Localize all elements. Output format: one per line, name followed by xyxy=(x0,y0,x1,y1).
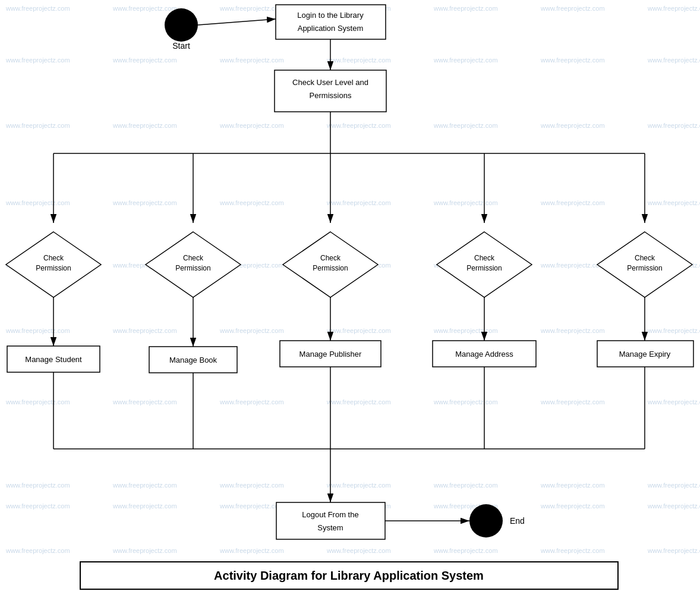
svg-text:www.freeprojectz.com: www.freeprojectz.com xyxy=(540,327,605,334)
svg-text:www.freeprojectz.com: www.freeprojectz.com xyxy=(112,327,177,334)
svg-text:www.freeprojectz.com: www.freeprojectz.com xyxy=(219,327,284,334)
svg-text:www.freeprojectz.com: www.freeprojectz.com xyxy=(219,482,284,489)
check-perm-text3b: Permission xyxy=(313,264,348,272)
check-perm-text1a: Check xyxy=(43,254,64,262)
svg-text:www.freeprojectz.com: www.freeprojectz.com xyxy=(326,482,391,489)
manage-expiry-text: Manage Expiry xyxy=(619,350,671,359)
svg-text:www.freeprojectz.com: www.freeprojectz.com xyxy=(219,5,284,12)
check-permissions-text2: Permissions xyxy=(310,91,352,100)
svg-text:www.freeprojectz.com: www.freeprojectz.com xyxy=(433,547,498,554)
svg-text:www.freeprojectz.com: www.freeprojectz.com xyxy=(540,502,605,510)
svg-text:www.freeprojectz.com: www.freeprojectz.com xyxy=(647,327,700,334)
check-perm-text1b: Permission xyxy=(36,264,71,272)
check-permissions-text1: Check User Level and xyxy=(292,78,368,87)
svg-text:www.freeprojectz.com: www.freeprojectz.com xyxy=(326,122,391,129)
svg-text:www.freeprojectz.com: www.freeprojectz.com xyxy=(647,199,700,206)
svg-text:www.freeprojectz.com: www.freeprojectz.com xyxy=(647,398,700,405)
svg-text:www.freeprojectz.com: www.freeprojectz.com xyxy=(5,398,70,405)
svg-text:www.freeprojectz.com: www.freeprojectz.com xyxy=(5,327,70,334)
svg-text:www.freeprojectz.com: www.freeprojectz.com xyxy=(433,398,498,405)
svg-text:www.freeprojectz.com: www.freeprojectz.com xyxy=(219,398,284,405)
login-box xyxy=(276,5,386,39)
svg-text:www.freeprojectz.com: www.freeprojectz.com xyxy=(219,199,284,206)
svg-text:www.freeprojectz.com: www.freeprojectz.com xyxy=(112,398,177,405)
check-perm-text2b: Permission xyxy=(175,264,210,272)
manage-book-text: Manage Book xyxy=(169,356,217,364)
diagram-title-text: Activity Diagram for Library Application… xyxy=(214,569,484,582)
svg-text:www.freeprojectz.com: www.freeprojectz.com xyxy=(112,122,177,129)
svg-text:www.freeprojectz.com: www.freeprojectz.com xyxy=(112,5,177,12)
check-perm-text5a: Check xyxy=(635,254,655,262)
svg-text:www.freeprojectz.com: www.freeprojectz.com xyxy=(540,482,605,489)
svg-text:www.freeprojectz.com: www.freeprojectz.com xyxy=(433,122,498,129)
start-circle xyxy=(165,8,198,42)
manage-address-text: Manage Address xyxy=(455,350,513,359)
svg-text:www.freeprojectz.com: www.freeprojectz.com xyxy=(112,502,177,510)
svg-text:www.freeprojectz.com: www.freeprojectz.com xyxy=(112,547,177,554)
svg-text:www.freeprojectz.com: www.freeprojectz.com xyxy=(326,327,391,334)
svg-text:www.freeprojectz.com: www.freeprojectz.com xyxy=(540,5,605,12)
svg-text:www.freeprojectz.com: www.freeprojectz.com xyxy=(219,502,284,510)
check-perm-text4a: Check xyxy=(474,254,495,262)
svg-text:www.freeprojectz.com: www.freeprojectz.com xyxy=(5,482,70,489)
svg-text:www.freeprojectz.com: www.freeprojectz.com xyxy=(219,547,284,554)
svg-text:www.freeprojectz.com: www.freeprojectz.com xyxy=(326,199,391,206)
svg-text:www.freeprojectz.com: www.freeprojectz.com xyxy=(5,56,70,64)
check-perm-text2a: Check xyxy=(183,254,204,262)
svg-text:www.freeprojectz.com: www.freeprojectz.com xyxy=(326,547,391,554)
svg-text:www.freeprojectz.com: www.freeprojectz.com xyxy=(5,122,70,129)
svg-text:www.freeprojectz.com: www.freeprojectz.com xyxy=(112,56,177,64)
start-label: Start xyxy=(172,41,190,51)
logout-box xyxy=(276,502,385,539)
diagram-container: www.freeprojectz.com www.freeprojectz.co… xyxy=(0,0,700,591)
svg-text:www.freeprojectz.com: www.freeprojectz.com xyxy=(540,199,605,206)
login-text-line2: Application System xyxy=(298,24,364,33)
svg-text:www.freeprojectz.com: www.freeprojectz.com xyxy=(5,547,70,554)
svg-text:www.freeprojectz.com: www.freeprojectz.com xyxy=(540,547,605,554)
svg-text:www.freeprojectz.com: www.freeprojectz.com xyxy=(647,502,700,510)
manage-student-text: Manage Student xyxy=(25,355,82,364)
end-label: End xyxy=(510,516,525,526)
svg-text:www.freeprojectz.com: www.freeprojectz.com xyxy=(647,547,700,554)
svg-text:www.freeprojectz.com: www.freeprojectz.com xyxy=(5,199,70,206)
svg-text:www.freeprojectz.com: www.freeprojectz.com xyxy=(5,502,70,510)
end-circle xyxy=(469,504,503,537)
svg-text:www.freeprojectz.com: www.freeprojectz.com xyxy=(112,199,177,206)
check-perm-text4b: Permission xyxy=(466,264,502,272)
svg-text:www.freeprojectz.com: www.freeprojectz.com xyxy=(540,56,605,64)
svg-text:www.freeprojectz.com: www.freeprojectz.com xyxy=(433,327,498,334)
svg-text:www.freeprojectz.com: www.freeprojectz.com xyxy=(219,56,284,64)
svg-text:www.freeprojectz.com: www.freeprojectz.com xyxy=(647,122,700,129)
svg-text:www.freeprojectz.com: www.freeprojectz.com xyxy=(647,5,700,12)
svg-text:www.freeprojectz.com: www.freeprojectz.com xyxy=(326,56,391,64)
svg-text:www.freeprojectz.com: www.freeprojectz.com xyxy=(540,122,605,129)
logout-text2: System xyxy=(317,523,343,532)
check-perm-text3a: Check xyxy=(320,254,341,262)
logout-text1: Logout From the xyxy=(302,510,358,519)
svg-text:www.freeprojectz.com: www.freeprojectz.com xyxy=(433,56,498,64)
svg-text:www.freeprojectz.com: www.freeprojectz.com xyxy=(326,398,391,405)
svg-text:www.freeprojectz.com: www.freeprojectz.com xyxy=(433,482,498,489)
svg-text:www.freeprojectz.com: www.freeprojectz.com xyxy=(540,398,605,405)
manage-publisher-text: Manage Publisher xyxy=(299,350,362,359)
login-text-line1: Login to the Library xyxy=(297,11,364,20)
svg-text:www.freeprojectz.com: www.freeprojectz.com xyxy=(647,482,700,489)
svg-text:www.freeprojectz.com: www.freeprojectz.com xyxy=(540,262,605,269)
svg-text:www.freeprojectz.com: www.freeprojectz.com xyxy=(5,5,70,12)
check-perm-text5b: Permission xyxy=(627,264,662,272)
svg-text:www.freeprojectz.com: www.freeprojectz.com xyxy=(433,5,498,12)
svg-text:www.freeprojectz.com: www.freeprojectz.com xyxy=(647,56,700,64)
svg-text:www.freeprojectz.com: www.freeprojectz.com xyxy=(219,122,284,129)
svg-text:www.freeprojectz.com: www.freeprojectz.com xyxy=(433,199,498,206)
svg-text:www.freeprojectz.com: www.freeprojectz.com xyxy=(112,482,177,489)
